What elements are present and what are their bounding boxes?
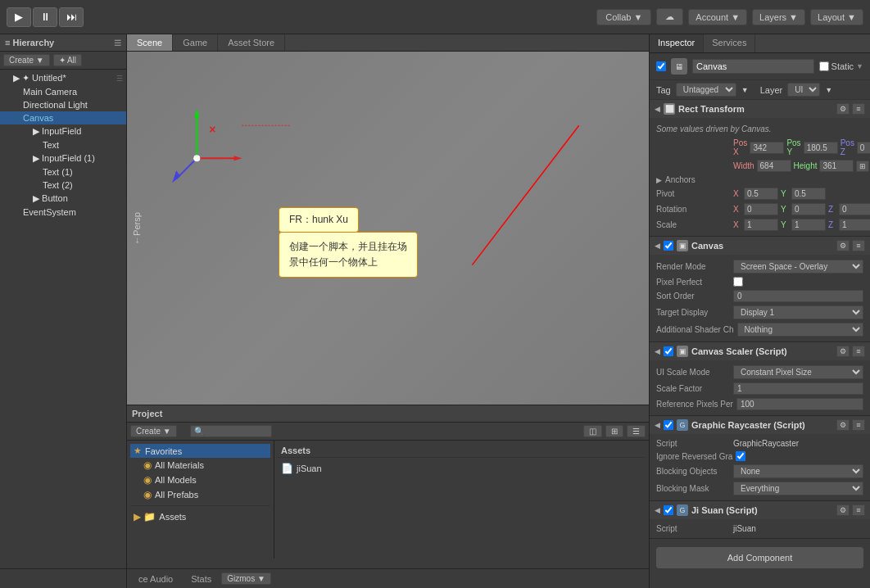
rect-transform-header[interactable]: ◀ ⬜ Rect Transform ⚙ ≡	[650, 100, 870, 118]
target-display-select[interactable]: Display 1	[733, 305, 863, 319]
canvas-scaler-more-btn[interactable]: ≡	[852, 346, 865, 357]
size-constraint-btn[interactable]: ⊞	[856, 161, 869, 172]
tree-item-text[interactable]: Text	[0, 138, 126, 152]
project-favorites[interactable]: ★ Favorites	[130, 444, 270, 458]
tree-item-inputfield1[interactable]: ▶ InputField (1)	[0, 152, 126, 165]
project-assets-folder[interactable]: ▶ 📁 Assets	[130, 509, 270, 524]
scale-y-input[interactable]	[791, 219, 826, 231]
ji-suan-edit-btn[interactable]: ⚙	[836, 504, 850, 516]
layout-dropdown[interactable]: Layout ▼	[810, 9, 863, 25]
collab-button[interactable]: Collab ▼	[596, 9, 651, 25]
project-content: ★ Favorites ◉ All Materials ◉ All Models…	[127, 441, 649, 559]
blocking-objects-select[interactable]: None	[733, 464, 863, 478]
tree-item-button[interactable]: ▶ Button	[0, 192, 126, 206]
canvas-more-btn[interactable]: ≡	[852, 240, 865, 251]
pos-x-input[interactable]	[750, 142, 784, 154]
size-xyz: Width Height ⊞ R	[733, 160, 870, 172]
object-active-checkbox[interactable]	[656, 61, 666, 71]
ji-suan-more-btn[interactable]: ≡	[852, 504, 865, 516]
status-audio[interactable]: ce Audio	[130, 572, 181, 586]
additional-shader-select[interactable]: Nothing	[737, 323, 863, 337]
tree-item-label: Main Camera	[23, 87, 77, 97]
status-stats[interactable]: Stats	[183, 572, 220, 586]
ui-scale-mode-select[interactable]: Constant Pixel Size	[733, 365, 863, 379]
tab-services[interactable]: Services	[704, 34, 755, 52]
asset-item-jisuan[interactable]: 📄 jiSuan	[278, 461, 646, 476]
project-create-btn[interactable]: Create ▼	[130, 425, 177, 437]
ji-suan-enabled-checkbox[interactable]	[664, 505, 673, 515]
step-button[interactable]: ⏭	[59, 7, 84, 27]
hierarchy-create-btn[interactable]: Create ▼	[3, 54, 50, 66]
rect-transform-more-btn[interactable]: ≡	[852, 103, 865, 115]
rot-y-input[interactable]	[791, 203, 826, 215]
project-search[interactable]	[190, 425, 272, 437]
scale-z-input[interactable]	[839, 219, 870, 231]
tab-scene[interactable]: Scene	[127, 34, 173, 51]
tree-item-dirlight[interactable]: Directional Light	[0, 98, 126, 111]
play-button[interactable]: ▶	[7, 7, 31, 27]
project-icon-btn3[interactable]: ☰	[627, 425, 646, 437]
project-all-prefabs[interactable]: ◉ All Prefabs	[130, 487, 270, 502]
canvas-scaler-enabled-checkbox[interactable]	[664, 346, 673, 356]
static-checkbox[interactable]	[819, 61, 829, 71]
rect-transform-actions: ⚙ ≡	[836, 103, 865, 115]
svg-point-6	[193, 155, 200, 161]
gizmos-button[interactable]: Gizmos ▼	[221, 572, 271, 585]
layer-select[interactable]: UI	[787, 83, 820, 97]
sort-order-input[interactable]	[733, 290, 863, 302]
canvas-actions: ⚙ ≡	[836, 240, 865, 251]
render-mode-select[interactable]: Screen Space - Overlay	[733, 260, 863, 274]
canvas-scaler-edit-btn[interactable]: ⚙	[836, 346, 850, 357]
canvas-scaler-actions: ⚙ ≡	[836, 346, 865, 357]
cloud-button[interactable]: ☁	[656, 8, 683, 25]
graphic-raycaster-more-btn[interactable]: ≡	[852, 419, 865, 431]
graphic-raycaster-enabled-checkbox[interactable]	[664, 420, 673, 430]
rot-x-input[interactable]	[744, 203, 778, 215]
object-name-input[interactable]	[692, 59, 814, 74]
ignore-reversed-checkbox[interactable]	[736, 451, 745, 461]
tree-item-eventsystem[interactable]: EventSystem	[0, 206, 126, 219]
pixel-perfect-checkbox[interactable]	[733, 277, 743, 287]
tree-item-text2[interactable]: Text (2)	[0, 179, 126, 192]
canvas-edit-btn[interactable]: ⚙	[836, 240, 850, 251]
tab-asset-store[interactable]: Asset Store	[218, 34, 285, 51]
scale-factor-input[interactable]	[733, 382, 863, 395]
scale-x-input[interactable]	[744, 219, 778, 231]
tree-item-canvas[interactable]: Canvas	[0, 111, 126, 124]
project-icon-btn1[interactable]: ◫	[583, 425, 602, 437]
height-input[interactable]	[819, 160, 854, 172]
account-dropdown[interactable]: Account ▼	[688, 9, 747, 25]
pos-z-input[interactable]	[857, 142, 870, 154]
hierarchy-all-btn[interactable]: ✦ All	[53, 54, 82, 66]
add-component-button[interactable]: Add Component	[656, 547, 863, 568]
rect-transform-edit-btn[interactable]: ⚙	[836, 103, 850, 115]
blocking-mask-select[interactable]: Everything	[733, 482, 863, 495]
tree-item-maincamera[interactable]: Main Camera	[0, 85, 126, 98]
layers-dropdown[interactable]: Layers ▼	[752, 9, 805, 25]
tree-item-text1[interactable]: Text (1)	[0, 165, 126, 179]
project-all-materials[interactable]: ◉ All Materials	[130, 458, 270, 473]
canvas-scaler-header[interactable]: ◀ ▣ Canvas Scaler (Script) ⚙ ≡	[650, 342, 870, 360]
tab-inspector[interactable]: Inspector	[650, 34, 704, 52]
project-all-models[interactable]: ◉ All Models	[130, 473, 270, 487]
tree-item-inputfield[interactable]: ▶ InputField	[0, 124, 126, 138]
pos-y-input[interactable]	[804, 142, 838, 154]
tree-item-untitled[interactable]: ▶ ✦ Untitled* ☰	[0, 71, 126, 85]
canvas-enabled-checkbox[interactable]	[664, 241, 673, 251]
ji-suan-header[interactable]: ◀ G Ji Suan (Script) ⚙ ≡	[650, 501, 870, 519]
canvas-section: ◀ ▣ Canvas ⚙ ≡ Render Mode Screen Space …	[650, 237, 870, 342]
width-input[interactable]	[757, 160, 791, 172]
tab-game[interactable]: Game	[173, 34, 218, 51]
graphic-raycaster-edit-btn[interactable]: ⚙	[836, 419, 850, 431]
pivot-x-input[interactable]	[744, 188, 778, 200]
hierarchy-panel: ≡ Hierarchy ☰ Create ▼ ✦ All ▶ ✦ Untitle…	[0, 34, 127, 588]
canvas-header[interactable]: ◀ ▣ Canvas ⚙ ≡	[650, 237, 870, 255]
ref-pixels-input[interactable]	[736, 398, 863, 410]
pivot-y-input[interactable]	[791, 188, 826, 200]
tag-select[interactable]: Untagged	[676, 83, 736, 97]
rect-transform-icon: ⬜	[664, 103, 675, 115]
rot-z-input[interactable]	[839, 203, 870, 215]
graphic-raycaster-header[interactable]: ◀ G Graphic Raycaster (Script) ⚙ ≡	[650, 416, 870, 434]
project-icon-btn2[interactable]: ⊞	[605, 425, 623, 437]
pause-button[interactable]: ⏸	[33, 7, 57, 27]
